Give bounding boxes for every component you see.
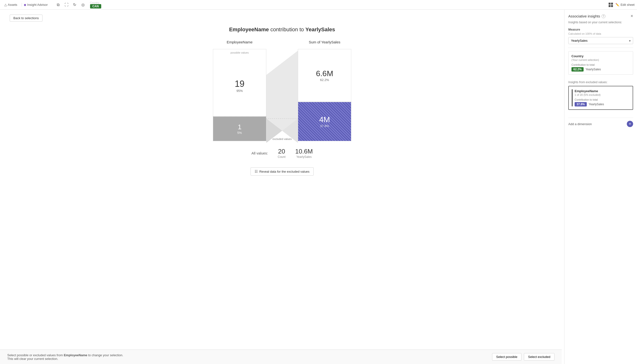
employee-card-sub: 1 of 20 (5% excluded) bbox=[575, 93, 630, 96]
employee-name-column: EmployeeName possible values 19 95% 1 5% bbox=[213, 40, 266, 141]
excluded-values-section: 1 5% bbox=[213, 117, 266, 141]
grid-icon bbox=[608, 3, 613, 7]
country-filter-pill[interactable]: Country CAN bbox=[90, 1, 101, 8]
yearly-sales-header: Sum of YearlySales bbox=[309, 40, 340, 44]
yearly-sales-bottom-value: 4M bbox=[319, 115, 330, 124]
yearly-sales-column: Sum of YearlySales 6.6M 62.2% 4M 37.8% bbox=[298, 40, 351, 141]
rotate-icon[interactable]: ↻ bbox=[71, 1, 78, 8]
country-badge: 62.2% bbox=[571, 67, 584, 72]
insight-advisor-tab[interactable]: ◆ Insight Advisor bbox=[22, 3, 50, 6]
all-values-count: 20 Count bbox=[278, 148, 285, 158]
add-dimension-row: Add a dimension + bbox=[568, 118, 633, 127]
measure-select-wrapper[interactable]: YearlySales bbox=[568, 37, 633, 44]
employee-card-content: EmployeeName 1 of 20 (5% excluded) Contr… bbox=[575, 89, 630, 106]
yearly-sales-possible-section: 6.6M 62.2% bbox=[298, 49, 351, 102]
chart-title-part2: YearlySales bbox=[305, 26, 335, 32]
employee-name-header: EmployeeName bbox=[227, 40, 253, 44]
sidebar-close-button[interactable]: × bbox=[630, 14, 633, 19]
employee-card-title: EmployeeName bbox=[575, 89, 630, 93]
sidebar-title: Associative insights bbox=[568, 14, 600, 18]
assets-label: Assets bbox=[8, 3, 17, 6]
all-yearly-label: YearlySales bbox=[295, 155, 313, 158]
country-card-sub: (Your current selection) bbox=[571, 58, 630, 61]
edit-sheet-button[interactable]: ✏️ Edit sheet bbox=[615, 3, 634, 6]
employee-badge-name: YearlySales bbox=[589, 102, 604, 106]
employee-name-chart: possible values 19 95% 1 5% bbox=[213, 49, 266, 141]
grid-view-button[interactable] bbox=[608, 3, 613, 7]
all-count-label: Count bbox=[278, 155, 285, 158]
table-icon: ☷ bbox=[255, 170, 258, 174]
employee-contrib-label: Contribution to total bbox=[575, 98, 630, 101]
main-layout: Back to selections EmployeeName contribu… bbox=[0, 10, 637, 364]
insight-icon: ◆ bbox=[24, 3, 26, 6]
select-excluded-button[interactable]: Select excluded bbox=[524, 353, 554, 360]
all-yearly-number: 10.6M bbox=[295, 148, 313, 155]
add-dimension-label: Add a dimension bbox=[568, 122, 592, 126]
possible-pct: 95% bbox=[236, 89, 243, 93]
pencil-icon: ✏️ bbox=[615, 3, 619, 6]
right-sidebar: Associative insights ? × Insights based … bbox=[564, 10, 637, 364]
country-contrib-label: Contribution to total bbox=[571, 63, 630, 66]
help-icon[interactable]: ? bbox=[601, 14, 605, 18]
bottom-employee-name: EmployeeName bbox=[64, 353, 87, 357]
toolbar-icons: ⧉ ⛶ ↻ ◎ bbox=[55, 1, 87, 8]
back-to-selections-button[interactable]: Back to selections bbox=[10, 14, 43, 22]
bottom-selection-bar: Select possible or excluded values from … bbox=[0, 350, 562, 364]
bottom-action-buttons: Select possible Select excluded bbox=[492, 353, 554, 360]
fullscreen-icon[interactable]: ⛶ bbox=[63, 1, 70, 8]
topbar-right: ✏️ Edit sheet bbox=[608, 3, 634, 7]
excluded-values-mid-label: excluded values bbox=[273, 138, 292, 140]
country-badge-name: YearlySales bbox=[585, 68, 601, 71]
yearly-sales-chart: 6.6M 62.2% 4M 37.8% bbox=[298, 49, 351, 141]
measure-label: Measure bbox=[568, 28, 633, 31]
insight-label: Insight Advisor bbox=[27, 3, 48, 6]
chart-title: EmployeeName contribution to YearlySales bbox=[10, 26, 554, 33]
all-count-number: 20 bbox=[278, 148, 285, 155]
bottom-text-part1: Select possible or excluded values from bbox=[7, 353, 63, 357]
yearly-sales-bottom-pct: 37.8% bbox=[320, 124, 329, 128]
all-values-label: All values: bbox=[251, 151, 268, 155]
employee-insight-card[interactable]: EmployeeName 1 of 20 (5% excluded) Contr… bbox=[568, 86, 633, 110]
sidebar-title-group: Associative insights ? bbox=[568, 14, 605, 18]
employee-contrib-row: 37.8% YearlySales bbox=[575, 102, 630, 106]
country-card-title: Country bbox=[571, 54, 630, 58]
possible-values-label: possible values bbox=[230, 51, 249, 54]
select-possible-button[interactable]: Select possible bbox=[492, 353, 521, 360]
target-icon[interactable]: ◎ bbox=[79, 1, 87, 8]
yearly-sales-top-value: 6.6M bbox=[316, 69, 333, 78]
excl-insights-label: Insights from excluded values: bbox=[568, 80, 633, 84]
all-values-yearly: 10.6M YearlySales bbox=[295, 148, 313, 158]
bottom-bar-text: Select possible or excluded values from … bbox=[7, 353, 129, 360]
reveal-button-label: Reveal data for the excluded values bbox=[259, 170, 309, 174]
triangle-area: excluded values bbox=[266, 51, 298, 143]
sidebar-separator1 bbox=[568, 48, 633, 48]
country-insight-card: Country (Your current selection) Contrib… bbox=[568, 51, 633, 75]
yearly-sales-excluded-section: 4M 37.8% bbox=[298, 102, 351, 141]
topbar: △ Assets ◆ Insight Advisor ⧉ ⛶ ↻ ◎ Count… bbox=[0, 0, 637, 10]
sidebar-header: Associative insights ? × bbox=[568, 14, 633, 19]
employee-badge: 37.8% bbox=[575, 102, 587, 106]
chart-title-connector: contribution to bbox=[269, 26, 305, 32]
excluded-count: 1 bbox=[238, 123, 241, 131]
reveal-excluded-button[interactable]: ☷ Reveal data for the excluded values bbox=[250, 167, 314, 176]
chart-title-part1: EmployeeName bbox=[229, 26, 269, 32]
assets-icon: △ bbox=[4, 3, 7, 6]
measure-sub-label: Calculated on 100% of data bbox=[568, 32, 633, 35]
possible-count: 19 bbox=[235, 79, 244, 89]
excluded-pct: 5% bbox=[237, 131, 242, 134]
reveal-button-container: ☷ Reveal data for the excluded values bbox=[10, 162, 554, 180]
sidebar-subtitle: Insights based on your current selection… bbox=[568, 20, 633, 24]
add-dimension-button[interactable]: + bbox=[627, 121, 633, 127]
measure-select[interactable]: YearlySales bbox=[568, 37, 633, 44]
yearly-sales-top-pct: 62.2% bbox=[320, 78, 329, 82]
all-values-row: All values: 20 Count 10.6M YearlySales bbox=[10, 148, 554, 158]
possible-values-section: possible values 19 95% bbox=[213, 49, 266, 116]
country-contrib-row: 62.2% YearlySales bbox=[571, 67, 630, 72]
triangle-svg bbox=[266, 51, 298, 143]
content-area: Back to selections EmployeeName contribu… bbox=[0, 10, 564, 364]
zoom-fit-icon[interactable]: ⧉ bbox=[55, 1, 62, 8]
card-left-bar bbox=[572, 89, 573, 106]
middle-connector: excluded values bbox=[266, 40, 298, 143]
assets-tab[interactable]: △ Assets bbox=[3, 3, 19, 6]
